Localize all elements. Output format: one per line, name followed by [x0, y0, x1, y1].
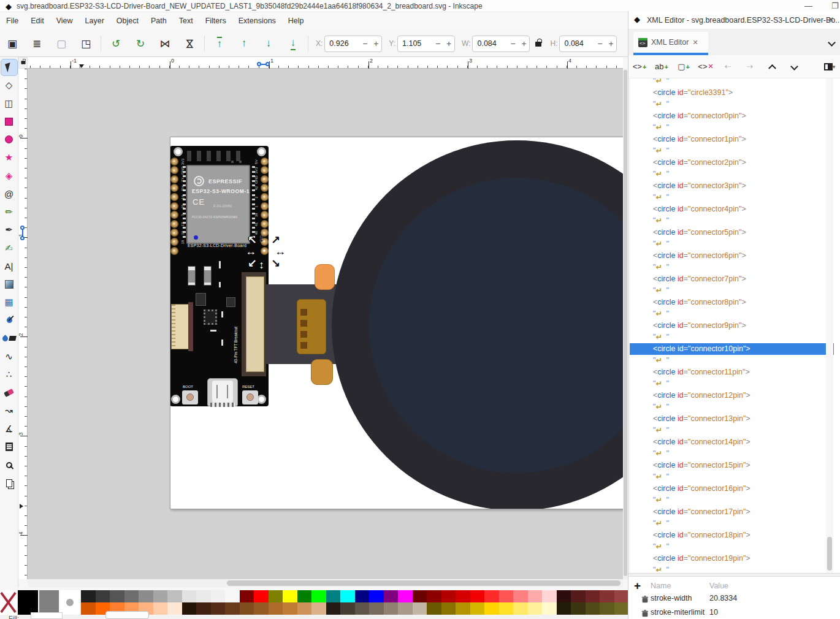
- xml-text-node-row[interactable]: "↵ ": [630, 355, 834, 366]
- xml-text-node-row[interactable]: "↵ ": [630, 122, 834, 134]
- scale-handle-ne[interactable]: ↗: [271, 235, 280, 246]
- connector-pin[interactable]: [261, 175, 269, 183]
- palette-color[interactable]: [311, 602, 326, 615]
- palette-color[interactable]: [528, 590, 543, 602]
- xml-tree-scrollbar[interactable]: [826, 78, 833, 573]
- panel-layout-button[interactable]: ▾: [822, 59, 838, 74]
- h-spinbox[interactable]: 0.084−+: [559, 36, 617, 52]
- connector-pin[interactable]: [170, 193, 178, 201]
- connector-pin[interactable]: [170, 175, 178, 183]
- h-decrement-button[interactable]: −: [594, 39, 605, 48]
- xml-node-row[interactable]: <circle id="connector17pin">: [630, 506, 834, 518]
- spray-tool[interactable]: ∴: [1, 366, 17, 382]
- y-decrement-button[interactable]: −: [432, 39, 443, 48]
- xml-node-row[interactable]: <circle id="connector11pin">: [630, 366, 834, 378]
- vruler-guide-handle[interactable]: [20, 226, 25, 241]
- selection-frame-button[interactable]: ◳: [77, 34, 95, 53]
- xml-node-row[interactable]: <circle id="connector4pin">: [630, 203, 834, 215]
- xml-text-node-row[interactable]: "↵ ": [630, 401, 834, 413]
- palette-color[interactable]: [369, 590, 384, 602]
- palette-color[interactable]: [456, 590, 470, 602]
- canvas-hscrollbar[interactable]: [28, 579, 623, 587]
- delete-node-button[interactable]: <>✕: [698, 59, 714, 74]
- connector-pin[interactable]: [261, 158, 269, 165]
- scale-handle-n[interactable]: ↕: [259, 232, 264, 243]
- deselect-button[interactable]: ▢: [52, 34, 71, 53]
- new-text-node-button[interactable]: ab+: [654, 59, 670, 74]
- pages-tool[interactable]: [1, 475, 17, 491]
- y-increment-button[interactable]: +: [443, 39, 454, 48]
- xml-text-node-row[interactable]: "↵ ": [630, 78, 834, 87]
- xml-node-row[interactable]: <circle id="connector0pin">: [630, 110, 834, 122]
- palette-color[interactable]: [167, 602, 182, 615]
- shape-builder-tool[interactable]: ◫: [1, 96, 17, 112]
- selected-connector-pin[interactable]: [261, 247, 269, 255]
- xml-node-row[interactable]: <circle id="connector13pin">: [630, 413, 834, 425]
- xml-node-row[interactable]: <circle id="circle3391">: [630, 87, 834, 99]
- measure-tool[interactable]: ∡: [1, 421, 17, 437]
- xml-text-node-row[interactable]: "↵ ": [630, 99, 834, 110]
- xml-text-node-row[interactable]: "↵ ": [630, 308, 834, 320]
- vscrollbar-thumb[interactable]: [624, 70, 627, 576]
- palette-color[interactable]: [513, 590, 528, 602]
- page-tool[interactable]: [1, 439, 17, 455]
- connector-pin[interactable]: [170, 202, 178, 210]
- x-decrement-button[interactable]: −: [359, 39, 370, 48]
- menu-view[interactable]: View: [50, 12, 79, 25]
- unindent-node-button[interactable]: ⇠: [720, 59, 736, 74]
- xml-node-row[interactable]: <circle id="connector1pin">: [630, 134, 834, 145]
- palette-color[interactable]: [340, 590, 355, 602]
- attribute-row[interactable]: stroke-miterlimit10: [628, 606, 840, 619]
- palette-color[interactable]: [225, 602, 240, 615]
- hruler-guide-handle[interactable]: [257, 61, 270, 66]
- palette-color[interactable]: [413, 590, 427, 602]
- palette-color[interactable]: [269, 602, 283, 615]
- menu-help[interactable]: Help: [282, 12, 310, 25]
- palette-color[interactable]: [528, 602, 543, 615]
- xml-node-row[interactable]: <circle id="connector5pin">: [630, 227, 834, 238]
- xml-node-row[interactable]: <circle id="connector8pin">: [630, 297, 834, 308]
- xml-text-node-row[interactable]: "↵ ": [630, 332, 834, 343]
- connector-pin[interactable]: [261, 184, 269, 192]
- palette-color[interactable]: [326, 590, 341, 602]
- xml-text-node-row[interactable]: "↵ ": [630, 192, 834, 203]
- xml-text-node-row[interactable]: "↵ ": [630, 145, 834, 157]
- scale-handle-s[interactable]: ↕: [259, 259, 264, 270]
- palette-color[interactable]: [499, 590, 514, 602]
- palette-color[interactable]: [81, 602, 96, 615]
- palette-color[interactable]: [600, 590, 614, 602]
- xml-node-row[interactable]: <circle id="connector19pin">: [630, 553, 834, 564]
- new-element-node-button[interactable]: <>+: [632, 59, 647, 74]
- menu-layer[interactable]: Layer: [79, 12, 110, 25]
- palette-color[interactable]: [167, 590, 182, 602]
- xml-node-row[interactable]: <circle id="connector2pin">: [630, 157, 834, 169]
- swatch-white[interactable]: [60, 590, 80, 615]
- palette-color[interactable]: [600, 602, 614, 615]
- horizontal-ruler[interactable]: -101234: [28, 57, 623, 69]
- canvas[interactable]: ESPRESSIF ESP32-S3-WROOM-1 CE R 201-2200…: [28, 69, 623, 579]
- palette-color[interactable]: [240, 590, 254, 602]
- palette-color[interactable]: [96, 590, 110, 602]
- menu-extensions[interactable]: Extensions: [232, 12, 282, 25]
- xml-tab-close-icon[interactable]: ✕: [692, 39, 698, 47]
- attribute-value[interactable]: 20.8334: [709, 594, 737, 602]
- lock-aspect-icon[interactable]: [535, 38, 541, 49]
- connector-pin[interactable]: [261, 166, 269, 174]
- menu-file[interactable]: File: [0, 12, 25, 25]
- xml-text-node-row[interactable]: "↵ ": [630, 495, 834, 506]
- scale-handle-e[interactable]: ↔: [275, 246, 286, 257]
- xml-node-row-selected[interactable]: <circle id="connector10pin">: [630, 343, 834, 355]
- palette-color[interactable]: [427, 602, 441, 615]
- palette-color[interactable]: [586, 590, 600, 602]
- palette-color[interactable]: [513, 602, 528, 615]
- palette-color[interactable]: [614, 590, 629, 602]
- palette-color[interactable]: [254, 590, 269, 602]
- scale-handle-sw[interactable]: ↙: [248, 258, 257, 269]
- palette-color[interactable]: [225, 590, 240, 602]
- xml-node-row[interactable]: <circle id="connector12pin">: [630, 390, 834, 401]
- palette-color[interactable]: [470, 590, 485, 602]
- minimize-button[interactable]: —: [804, 1, 812, 10]
- connector-pin[interactable]: [261, 193, 269, 201]
- selector-tool[interactable]: [1, 59, 17, 75]
- palette-color[interactable]: [369, 602, 384, 615]
